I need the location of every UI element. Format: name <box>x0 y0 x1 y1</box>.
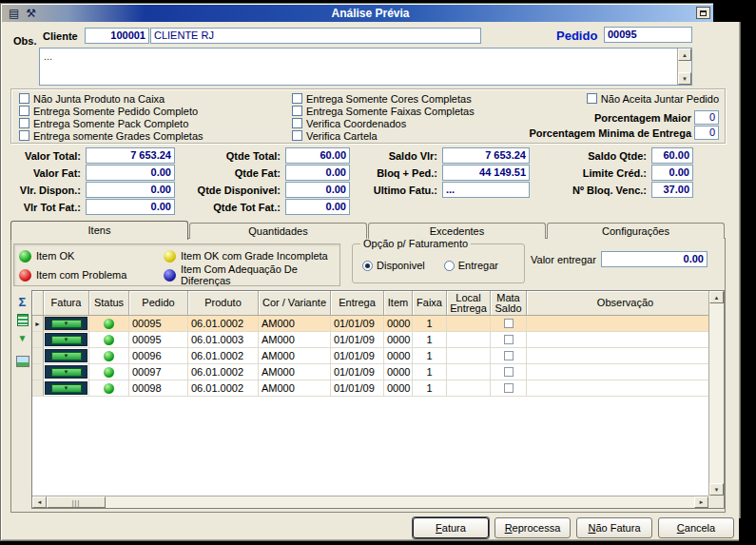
options-column-left: Não Junta Produto na Caixa Entrega Somen… <box>19 93 204 141</box>
scroll-right-icon[interactable]: ► <box>694 496 708 508</box>
total-field[interactable]: 0.00 <box>285 182 350 198</box>
checkbox[interactable] <box>292 118 302 128</box>
checkbox-item: Entrega Somente Faixas Completas <box>292 106 475 116</box>
obs-memo-scrollbar[interactable]: ▲ ▼ <box>677 49 691 85</box>
fatura-cell[interactable]: ▼ <box>44 380 89 396</box>
pedido-field[interactable]: 00095 <box>604 27 692 43</box>
scrollbar-thumb[interactable]: ||| <box>47 496 106 508</box>
column-header[interactable]: Status <box>89 291 129 316</box>
total-field[interactable]: ... <box>442 182 530 198</box>
valor-entregar-field[interactable]: 0.00 <box>601 251 708 267</box>
mata-saldo-cell <box>491 348 527 363</box>
scroll-up-icon[interactable]: ▲ <box>678 49 691 61</box>
tab-excedentes[interactable]: Excedentes <box>368 223 546 239</box>
cliente-name-field[interactable]: CLIENTE RJ <box>150 28 481 44</box>
column-header[interactable]: Faixa <box>413 291 447 316</box>
radio-button-icon[interactable] <box>362 261 373 271</box>
tab-itens[interactable]: Itens <box>10 221 188 240</box>
total-field[interactable]: 44 149.51 <box>442 165 530 181</box>
fatura-dropdown-button[interactable]: ▼ <box>51 384 82 393</box>
mata-saldo-checkbox[interactable] <box>504 367 514 377</box>
porcentagem-minima-field[interactable]: 0 <box>694 126 719 140</box>
scroll-down-icon[interactable]: ▼ <box>709 483 724 496</box>
checkbox[interactable] <box>19 118 29 128</box>
tab-configuracoes[interactable]: Configurações <box>547 223 725 239</box>
fatura-cell[interactable]: ▼ <box>44 348 89 363</box>
total-field[interactable]: 0.00 <box>285 199 350 215</box>
checkbox[interactable] <box>292 93 302 104</box>
checkbox[interactable] <box>19 130 29 141</box>
column-header[interactable]: Observação <box>527 291 724 316</box>
fatura-dropdown-button[interactable]: ▼ <box>51 336 82 344</box>
grid-vertical-scrollbar[interactable]: ▲ ▼ <box>708 291 724 496</box>
total-field[interactable]: 0.00 <box>86 165 175 181</box>
table-row[interactable]: ▼ 00097 06.01.0002 AM000 01/01/09 0000 1 <box>32 364 724 380</box>
checkbox-item: Não Junta Produto na Caixa <box>19 93 204 104</box>
nao-fatura-button[interactable]: Não Fatura <box>576 517 652 538</box>
sum-button[interactable]: Σ <box>14 294 31 309</box>
tab-quantidades[interactable]: Quantidades <box>189 223 367 239</box>
fatura-button[interactable]: Fatura <box>413 517 489 538</box>
total-field[interactable]: 60.00 <box>285 147 350 164</box>
table-row[interactable]: ▼ 00095 06.01.0003 AM000 01/01/09 0000 1 <box>32 332 724 348</box>
table-row[interactable]: ► ▼ 00095 06.01.0002 AM000 01/01/09 0000… <box>32 316 724 332</box>
scrollbar-track[interactable] <box>106 496 694 508</box>
radio-disponivel[interactable]: Disponivel <box>362 260 425 271</box>
checkbox[interactable] <box>19 106 29 116</box>
mata-saldo-checkbox[interactable] <box>504 319 514 328</box>
total-field[interactable]: 7 653.24 <box>86 147 175 164</box>
column-header[interactable]: Fatura <box>44 291 89 316</box>
obs-memo[interactable]: ... ▲ ▼ <box>39 48 692 86</box>
reprocessa-button[interactable]: Reprocessa <box>494 517 571 538</box>
radio-entregar[interactable]: Entregar <box>444 260 498 271</box>
porcentagem-maior-field[interactable]: 0 <box>694 110 719 125</box>
checkbox[interactable] <box>19 93 29 104</box>
produto-cell: 06.01.0003 <box>188 332 259 347</box>
scroll-down-icon[interactable]: ▼ <box>678 72 691 85</box>
radio-label: Entregar <box>458 260 498 271</box>
tab-bar: Itens Quantidades Excedentes Configuraçõ… <box>10 220 726 239</box>
column-header[interactable]: Cor / Variante <box>259 291 331 316</box>
total-field[interactable]: 0.00 <box>86 182 175 198</box>
fatura-dropdown-button[interactable]: ▼ <box>51 352 82 360</box>
column-header[interactable]: Local Entrega <box>447 291 491 316</box>
column-header[interactable]: Item <box>384 291 413 316</box>
table-row[interactable]: ▼ 00096 06.01.0002 AM000 01/01/09 0000 1 <box>32 348 724 364</box>
restore-button[interactable] <box>696 7 710 19</box>
scroll-left-icon[interactable]: ◄ <box>32 496 47 508</box>
image-button[interactable] <box>14 348 31 363</box>
checkbox[interactable] <box>292 106 302 116</box>
total-field[interactable]: 0.00 <box>651 165 693 181</box>
fatura-cell[interactable]: ▼ <box>44 332 89 347</box>
cliente-code-field[interactable]: 100001 <box>85 28 149 44</box>
column-header[interactable]: Pedido <box>129 291 188 316</box>
porcentagem-maior-row: Porcentagem Maior 0 <box>594 110 719 125</box>
grid-horizontal-scrollbar[interactable]: ◄ ||| ► <box>32 496 708 508</box>
mata-saldo-checkbox[interactable] <box>504 351 514 360</box>
fatura-cell[interactable]: ▼ <box>44 316 89 331</box>
marker-header <box>32 291 44 316</box>
checkbox[interactable] <box>292 130 302 141</box>
column-header[interactable]: Entrega <box>331 291 384 316</box>
fatura-dropdown-button[interactable]: ▼ <box>51 320 82 328</box>
total-field[interactable]: 0.00 <box>86 199 175 215</box>
scroll-up-icon[interactable]: ▲ <box>709 291 724 303</box>
fatura-dropdown-button[interactable]: ▼ <box>51 368 82 377</box>
total-field[interactable]: 37.00 <box>651 182 693 198</box>
cancela-button[interactable]: Cancela <box>658 517 734 538</box>
total-label: Vlr. Dispon.: <box>5 185 83 196</box>
radio-button-icon[interactable] <box>444 261 455 271</box>
total-field[interactable]: 7 653.24 <box>442 147 530 164</box>
total-field[interactable]: 60.00 <box>651 147 693 164</box>
column-header[interactable]: Produto <box>188 291 259 316</box>
checkbox[interactable] <box>587 93 597 104</box>
table-row[interactable]: ▼ 00098 06.01.0002 AM000 01/01/09 0000 1 <box>32 380 724 397</box>
column-header[interactable]: Mata Saldo <box>491 291 527 316</box>
mata-saldo-checkbox[interactable] <box>504 383 514 393</box>
mata-saldo-checkbox[interactable] <box>504 335 514 344</box>
export-button[interactable]: ▼ <box>14 330 31 345</box>
total-field[interactable]: 0.00 <box>285 165 350 181</box>
fatura-cell[interactable]: ▼ <box>44 364 89 380</box>
report-button[interactable] <box>14 312 31 327</box>
report-icon <box>17 314 29 326</box>
